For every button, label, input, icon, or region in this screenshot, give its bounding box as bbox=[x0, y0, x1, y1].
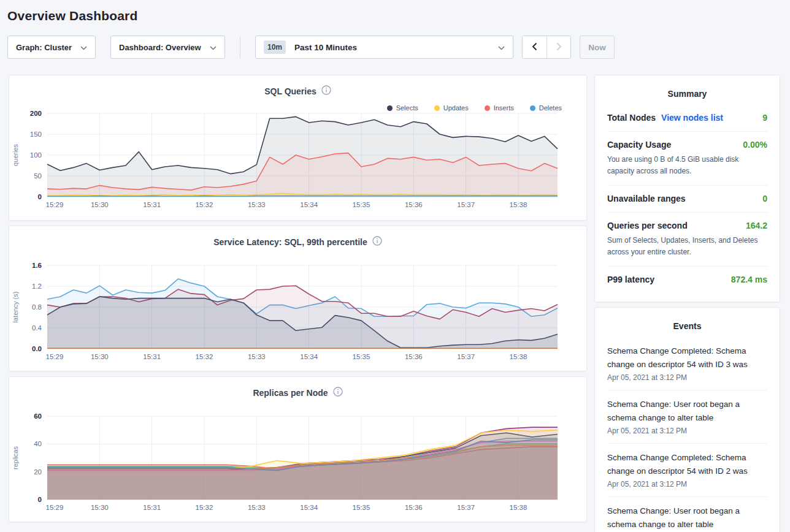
time-forward-button[interactable] bbox=[546, 36, 570, 58]
chart-title: Replicas per Node bbox=[253, 388, 328, 398]
chart-title: SQL Queries bbox=[264, 86, 316, 96]
svg-text:0: 0 bbox=[38, 193, 42, 200]
svg-text:15:34: 15:34 bbox=[300, 201, 318, 208]
view-nodes-list-link[interactable]: View nodes list bbox=[661, 113, 723, 123]
svg-text:200: 200 bbox=[30, 110, 42, 117]
svg-text:15:29: 15:29 bbox=[46, 504, 64, 511]
summary-panel: Summary Total Nodes View nodes list 9 Ca… bbox=[594, 75, 780, 302]
service-latency-chart[interactable]: 0.00.40.81.21.615:2915:3015:3115:3215:33… bbox=[9, 262, 586, 367]
svg-text:15:38: 15:38 bbox=[510, 504, 527, 511]
replicas-per-node-panel: Replicas per Node 020406015:2915:3015:31… bbox=[9, 376, 587, 522]
dashboard-dropdown-label: Dashboard: Overview bbox=[119, 43, 201, 52]
now-button[interactable]: Now bbox=[580, 36, 615, 59]
svg-text:0.4: 0.4 bbox=[32, 324, 42, 332]
summary-subtext: Sum of Selects, Updates, Inserts, and De… bbox=[607, 235, 767, 257]
main-content: SQL Queries SelectsUpdatesInsertsDeletes… bbox=[9, 75, 781, 532]
summary-row-total-nodes: Total Nodes View nodes list 9 bbox=[607, 105, 767, 132]
chevron-right-icon bbox=[554, 42, 563, 53]
svg-text:15:36: 15:36 bbox=[405, 353, 423, 360]
event-text: Schema Change: User root began a schema … bbox=[607, 398, 767, 425]
svg-text:15:32: 15:32 bbox=[196, 201, 213, 208]
event-text: Schema Change Completed: Schema change o… bbox=[607, 451, 767, 478]
summary-row-unavailable-ranges: Unavailable ranges 0 bbox=[607, 186, 767, 213]
svg-text:15:33: 15:33 bbox=[248, 504, 266, 511]
svg-text:1.6: 1.6 bbox=[32, 262, 42, 269]
chevron-left-icon bbox=[531, 42, 539, 53]
time-pager bbox=[522, 36, 571, 59]
svg-text:15:38: 15:38 bbox=[510, 353, 527, 360]
svg-text:15:30: 15:30 bbox=[91, 353, 109, 360]
graph-dropdown[interactable]: Graph: Cluster bbox=[7, 36, 96, 59]
summary-subtext: You are using 0 B of 4.5 GiB usable disk… bbox=[607, 154, 767, 177]
event-item: Schema Change: User root began a schema … bbox=[607, 390, 767, 444]
svg-text:15:31: 15:31 bbox=[143, 201, 161, 208]
svg-text:0.8: 0.8 bbox=[32, 303, 42, 311]
graph-dropdown-label: Graph: Cluster bbox=[16, 43, 72, 52]
divider bbox=[240, 36, 240, 58]
summary-value: 0.00% bbox=[743, 140, 767, 150]
svg-text:15:35: 15:35 bbox=[353, 504, 370, 511]
svg-text:15:30: 15:30 bbox=[91, 504, 109, 511]
events-panel: Events Schema Change Completed: Schema c… bbox=[594, 307, 780, 532]
sql-queries-chart[interactable]: 05010015020015:2915:3015:3115:3215:3315:… bbox=[9, 110, 586, 215]
event-item: Schema Change: User root began a schema … bbox=[607, 497, 767, 532]
svg-text:latency (s): latency (s) bbox=[12, 292, 19, 323]
page-header: Overview Dashboard bbox=[0, 0, 790, 23]
svg-text:40: 40 bbox=[34, 440, 42, 447]
info-icon[interactable] bbox=[333, 387, 343, 399]
summary-row-capacity-usage: Capacity Usage 0.00% You are using 0 B o… bbox=[607, 132, 767, 186]
svg-text:150: 150 bbox=[30, 131, 42, 138]
time-range-picker[interactable]: 10m Past 10 Minutes bbox=[255, 36, 513, 59]
svg-text:15:33: 15:33 bbox=[248, 201, 266, 208]
summary-value: 164.2 bbox=[746, 221, 767, 230]
event-time: Apr 05, 2021 at 3:12 PM bbox=[607, 427, 767, 435]
info-icon[interactable] bbox=[321, 85, 331, 97]
event-item: Schema Change Completed: Schema change o… bbox=[607, 337, 767, 390]
svg-text:replicas: replicas bbox=[12, 446, 19, 469]
svg-text:15:34: 15:34 bbox=[300, 504, 318, 511]
summary-label: Unavailable ranges bbox=[607, 194, 686, 203]
svg-text:20: 20 bbox=[34, 468, 42, 476]
time-back-button[interactable] bbox=[523, 36, 546, 58]
summary-title: Summary bbox=[607, 84, 767, 105]
summary-row-p99-latency: P99 latency 872.4 ms bbox=[607, 267, 767, 293]
event-text: Schema Change: User root began a schema … bbox=[607, 504, 767, 531]
page-title: Overview Dashboard bbox=[7, 9, 783, 23]
side-column: Summary Total Nodes View nodes list 9 Ca… bbox=[594, 75, 780, 532]
summary-value: 0 bbox=[762, 194, 767, 203]
svg-text:60: 60 bbox=[34, 412, 42, 420]
svg-text:15:35: 15:35 bbox=[353, 201, 370, 208]
svg-text:0.0: 0.0 bbox=[32, 345, 42, 352]
replicas-per-node-chart[interactable]: 020406015:2915:3015:3115:3215:3315:3415:… bbox=[9, 412, 586, 518]
svg-text:15:31: 15:31 bbox=[143, 504, 161, 511]
svg-text:15:30: 15:30 bbox=[91, 201, 109, 208]
chart-title: Service Latency: SQL, 99th percentile bbox=[213, 237, 367, 247]
info-icon[interactable] bbox=[372, 236, 382, 248]
svg-text:15:37: 15:37 bbox=[457, 353, 475, 360]
svg-text:15:29: 15:29 bbox=[46, 201, 64, 208]
service-latency-panel: Service Latency: SQL, 99th percentile 0.… bbox=[9, 226, 587, 371]
summary-label: Total Nodes bbox=[607, 113, 656, 123]
svg-text:15:32: 15:32 bbox=[196, 504, 213, 511]
event-text: Schema Change Completed: Schema change o… bbox=[607, 344, 767, 371]
dashboard-dropdown[interactable]: Dashboard: Overview bbox=[110, 36, 225, 59]
svg-text:15:29: 15:29 bbox=[46, 353, 64, 360]
events-title: Events bbox=[607, 316, 767, 337]
svg-text:15:31: 15:31 bbox=[143, 353, 161, 360]
svg-text:15:34: 15:34 bbox=[300, 353, 318, 360]
svg-text:0: 0 bbox=[38, 496, 42, 503]
svg-text:15:37: 15:37 bbox=[457, 201, 475, 208]
time-range-label: Past 10 Minutes bbox=[294, 43, 498, 52]
event-time: Apr 05, 2021 at 3:12 PM bbox=[607, 480, 767, 488]
svg-text:15:37: 15:37 bbox=[457, 504, 475, 511]
time-range-badge: 10m bbox=[264, 40, 286, 54]
controls-bar: Graph: Cluster Dashboard: Overview 10m P… bbox=[7, 36, 783, 59]
chevron-down-icon bbox=[498, 42, 505, 53]
charts-column: SQL Queries SelectsUpdatesInsertsDeletes… bbox=[9, 75, 587, 532]
svg-text:15:35: 15:35 bbox=[353, 353, 370, 360]
summary-label: Queries per second bbox=[607, 221, 688, 230]
svg-text:15:36: 15:36 bbox=[405, 201, 423, 208]
summary-value: 872.4 ms bbox=[731, 275, 767, 284]
svg-text:15:33: 15:33 bbox=[248, 353, 266, 360]
sql-queries-panel: SQL Queries SelectsUpdatesInsertsDeletes… bbox=[9, 75, 587, 221]
